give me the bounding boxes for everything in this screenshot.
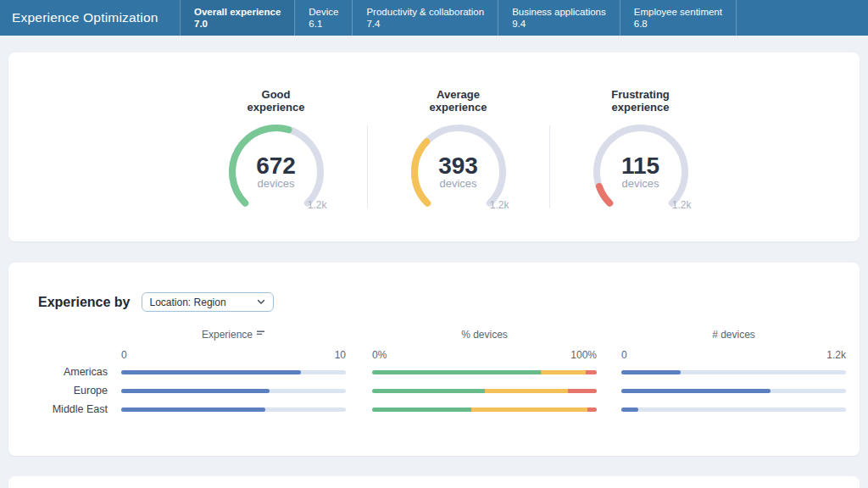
app-title: Experience Optimization — [0, 0, 180, 36]
tab-label: Productivity & collaboration — [366, 6, 484, 19]
tab-label: Overall experience — [194, 6, 281, 19]
gauge-title: Good experience — [238, 88, 314, 114]
tab-productivity-collaboration[interactable]: Productivity & collaboration7.4 — [352, 0, 498, 36]
next-section-card — [8, 476, 860, 488]
num-devices-bar — [621, 370, 846, 374]
experience-summary-card: Good experience672devices1.2kAverage exp… — [8, 53, 860, 241]
gauge-unit: devices — [225, 178, 327, 190]
row-label-americas: Americas — [8, 365, 108, 379]
column-header-devices: % devices — [372, 329, 597, 341]
tab-label: Device — [309, 6, 338, 19]
column-header-devices: # devices — [621, 329, 846, 341]
gauge-title: Average experience — [420, 88, 497, 114]
gauge-value: 672 — [225, 154, 327, 178]
gauge-unit: devices — [590, 178, 692, 190]
gauge-max-label: 1.2k — [308, 199, 327, 211]
gauge-max-label: 1.2k — [490, 199, 509, 211]
gauge-unit: devices — [408, 178, 509, 190]
tab-business-applications[interactable]: Business applications9.4 — [498, 0, 620, 36]
top-navigation-bar: Experience Optimization Overall experien… — [0, 0, 868, 36]
axis-max-label: 1.2k — [621, 349, 846, 361]
gauge-value: 115 — [590, 154, 692, 178]
tab-value: 6.1 — [309, 18, 338, 30]
axis-max-label: 10 — [121, 349, 346, 361]
gauge-good-experience: Good experience672devices1.2k — [185, 53, 367, 241]
axis-max-label: 100% — [372, 349, 597, 361]
gauge-value: 393 — [408, 154, 509, 178]
nav-tabs: Overall experience7.0Device6.1Productivi… — [180, 0, 737, 36]
sort-icon[interactable] — [257, 330, 265, 337]
num-devices-bar — [621, 408, 846, 412]
tab-overall-experience[interactable]: Overall experience7.0 — [180, 0, 294, 36]
tab-label: Employee sentiment — [634, 6, 722, 19]
gauge-frustrating-experience: Frustrating experience115devices1.2k — [549, 53, 732, 241]
gauge-average-experience: Average experience393devices1.2k — [367, 53, 549, 241]
experience-bar — [121, 408, 346, 412]
tab-employee-sentiment[interactable]: Employee sentiment6.8 — [620, 0, 737, 36]
pct-devices-bar — [372, 408, 597, 412]
pct-devices-bar — [372, 389, 597, 393]
num-devices-bar — [621, 389, 846, 393]
gauge-title: Frustrating experience — [603, 88, 679, 114]
column-label: % devices — [461, 329, 508, 341]
column-label: # devices — [712, 329, 755, 341]
tab-value: 7.4 — [366, 18, 484, 30]
experience-by-card: Experience by Location: Region Experienc… — [8, 263, 860, 456]
tab-label: Business applications — [512, 6, 606, 19]
tab-value: 6.8 — [634, 18, 722, 30]
row-label-middle-east: Middle East — [8, 402, 108, 416]
breakdown-chart: Experience010% devices0%100%# devices01.… — [8, 263, 860, 456]
column-label: Experience — [202, 329, 253, 341]
tab-value: 7.0 — [194, 18, 281, 30]
pct-devices-bar — [372, 370, 597, 374]
experience-bar — [121, 370, 346, 374]
experience-bar — [121, 389, 346, 393]
row-label-europe: Europe — [8, 384, 108, 397]
tab-device[interactable]: Device6.1 — [294, 0, 352, 36]
gauge-max-label: 1.2k — [672, 199, 692, 211]
gauges-row: Good experience672devices1.2kAverage exp… — [185, 53, 732, 241]
tab-value: 9.4 — [512, 18, 606, 30]
column-header-experience: Experience — [121, 329, 346, 341]
